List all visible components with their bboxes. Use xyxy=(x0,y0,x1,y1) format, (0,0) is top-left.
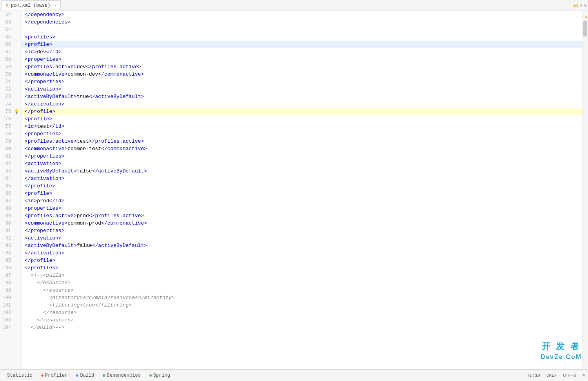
line-number: 62 xyxy=(0,12,13,18)
code-line: </activation> xyxy=(22,249,583,257)
line-number: 82 xyxy=(0,161,13,167)
line-number: 98 xyxy=(0,280,13,286)
line-number: 87 xyxy=(0,198,13,204)
gutter-row: 66 xyxy=(0,41,21,48)
gutter-row: 81 xyxy=(0,152,21,160)
line-number: 93 xyxy=(0,243,13,249)
line-ending: CRLF xyxy=(546,373,557,378)
gutter-row: 75💡 xyxy=(0,108,21,115)
gutter-row: 104 xyxy=(0,324,21,331)
gutter-row: 79 xyxy=(0,138,21,145)
line-number: 74 xyxy=(0,102,13,107)
line-number: 99 xyxy=(0,288,13,293)
scroll-up-icon[interactable]: ∧ xyxy=(580,3,583,8)
gutter-row: 95 xyxy=(0,257,21,264)
close-icon[interactable]: × xyxy=(54,4,56,8)
code-line: <commonactive>common-dev</commonactive> xyxy=(22,71,583,78)
line-number: 90 xyxy=(0,221,13,226)
line-number: 66 xyxy=(0,42,13,47)
line-number: 100 xyxy=(0,295,13,301)
line-number: 96 xyxy=(0,265,13,271)
gutter-row: 94 xyxy=(0,249,21,257)
status-right: 75:19 CRLF UTF-8 4 xyxy=(527,373,585,378)
scroll-handle[interactable] xyxy=(583,21,587,36)
code-line: <profile> xyxy=(22,190,583,197)
gutter-row: 84 xyxy=(0,175,21,182)
code-line: </properties> xyxy=(22,78,583,85)
line-number: 78 xyxy=(0,131,13,137)
code-line: <activation> xyxy=(22,234,583,242)
code-line: <id>prod</id> xyxy=(22,197,583,205)
line-number: 77 xyxy=(0,124,13,129)
line-number: 89 xyxy=(0,213,13,219)
status-bar: Statistic Profiler Build Dependencies Sp… xyxy=(0,369,588,381)
line-number: 68 xyxy=(0,57,13,62)
line-number: 91 xyxy=(0,228,13,234)
code-line: </dependency> xyxy=(22,11,583,18)
code-line: </activation> xyxy=(22,175,583,182)
code-line: </properties> xyxy=(22,227,583,234)
code-line: </profile> xyxy=(22,257,583,264)
line-number: 67 xyxy=(0,49,13,55)
right-panel: ▲ xyxy=(583,11,588,369)
gutter-row: 98 xyxy=(0,279,21,287)
line-number: 70 xyxy=(0,72,13,77)
code-line: <activation> xyxy=(22,85,583,93)
line-number: 80 xyxy=(0,146,13,152)
spring-tab[interactable]: Spring xyxy=(145,370,174,381)
gutter-row: 102 xyxy=(0,309,21,316)
dependencies-label: Dependencies xyxy=(107,373,140,378)
warning-count: ▲1 xyxy=(573,3,579,8)
line-number: 103 xyxy=(0,318,13,323)
gutter-row: 93 xyxy=(0,242,21,249)
gutter-row: 89 xyxy=(0,212,21,220)
gutter-row: 65 xyxy=(0,33,21,41)
code-line: <commonactive>common-prod</commonactive> xyxy=(22,220,583,227)
gutter-row: 97 xyxy=(0,272,21,279)
code-line: <activeByDefault>false</activeByDefault> xyxy=(22,167,583,175)
line-number: 94 xyxy=(0,250,13,256)
code-line: </resources> xyxy=(22,316,583,324)
gutter-row: 91 xyxy=(0,227,21,234)
gutter-row: 77 xyxy=(0,123,21,130)
scroll-down-icon[interactable]: ∨ xyxy=(584,3,586,8)
profiler-label: Profiler xyxy=(45,373,68,378)
build-tab[interactable]: Build xyxy=(72,370,98,381)
code-line: <id>test</id> xyxy=(22,123,583,130)
gutter-row: 63 xyxy=(0,18,21,26)
gutter-row: 96 xyxy=(0,264,21,272)
file-tab[interactable]: m pom.xml (base) × xyxy=(2,0,61,11)
gutter-row: 73 xyxy=(0,93,21,100)
line-number: 76 xyxy=(0,116,13,122)
gutter-row: 83 xyxy=(0,167,21,175)
gutter-row: 69 xyxy=(0,63,21,71)
code-line: <resources> xyxy=(22,279,583,287)
code-line: <profiles> xyxy=(22,33,583,41)
code-line: <resource> xyxy=(22,287,583,294)
line-number: 85 xyxy=(0,183,13,189)
code-line: <profiles.active>test</profiles.active> xyxy=(22,138,583,145)
code-line: </profile> xyxy=(22,108,583,115)
gutter-row: 76 xyxy=(0,115,21,123)
dependencies-tab[interactable]: Dependencies xyxy=(99,370,144,381)
line-number: 73 xyxy=(0,94,13,100)
profiler-tab[interactable]: Profiler xyxy=(37,370,72,381)
line-number: 88 xyxy=(0,206,13,211)
statistic-tab[interactable]: Statistic xyxy=(3,370,36,381)
gutter-row: 87 xyxy=(0,197,21,205)
code-line: </profiles> xyxy=(22,264,583,272)
line-number: 71 xyxy=(0,79,13,85)
indent-size: 4 xyxy=(582,373,585,378)
code-line: <filtering>true</filtering> xyxy=(22,301,583,309)
gutter-row: 78 xyxy=(0,130,21,138)
cursor-position: 75:19 xyxy=(527,373,540,378)
gutter: 6263646566676869707172737475💡76777879808… xyxy=(0,11,22,369)
build-label: Build xyxy=(80,373,94,378)
code-line xyxy=(22,26,583,33)
line-number: 63 xyxy=(0,20,13,25)
code-line: <activeByDefault>false</activeByDefault> xyxy=(22,242,583,249)
gutter-row: 103 xyxy=(0,316,21,324)
code-content[interactable]: </dependency> </dependencies> <profiles>… xyxy=(22,11,583,369)
gutter-row: 70 xyxy=(0,71,21,78)
tab-bar: m pom.xml (base) × ▲1 ∧ ∨ xyxy=(0,0,588,11)
